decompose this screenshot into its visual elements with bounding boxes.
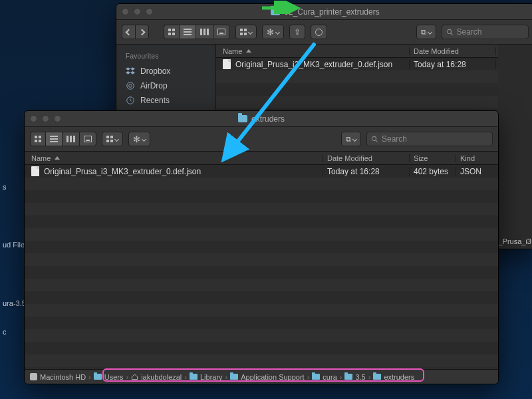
sort-asc-icon <box>55 156 60 160</box>
column-date[interactable]: Date Modified <box>323 154 409 162</box>
action-button[interactable]: ✻ <box>262 25 284 39</box>
search-placeholder: Search <box>457 27 482 37</box>
chevron-right-icon: › <box>126 373 128 381</box>
zoom-icon[interactable] <box>146 8 153 15</box>
sidebar-item-recents[interactable]: Recents <box>116 93 215 108</box>
disk-icon <box>30 373 37 380</box>
sidebar-item-dropbox[interactable]: Dropbox <box>116 64 215 78</box>
folder-icon <box>230 374 238 380</box>
column-header-row[interactable]: Name Date Modified Size <box>216 45 532 58</box>
search-icon <box>446 29 454 36</box>
pathbar-crumb[interactable]: Users <box>94 373 124 381</box>
sidebar-item-label: Dropbox <box>140 66 170 76</box>
svg-point-2 <box>127 82 134 90</box>
table-row[interactable]: Original_Prusa_i3_MK3_extruder_0.def.jso… <box>25 165 498 178</box>
finder-window-destination: extruders ✻ ⧉ Search Name Date Modified … <box>24 110 499 384</box>
path-bar[interactable]: Macintosh HD › Users › jakubdolezal › Li… <box>25 369 498 384</box>
pathbar-crumb[interactable]: jakubdolezal <box>131 373 182 381</box>
table-row[interactable]: Original_Prusa_i3_MK3_extruder_0.def.jso… <box>216 58 532 70</box>
window-title: 02_Cura_printer_extruders <box>284 7 379 17</box>
file-kind: JSON <box>456 167 498 176</box>
dropbox-icon: ⧉ <box>346 136 351 143</box>
action-button[interactable]: ✻ <box>128 132 150 146</box>
svg-line-1 <box>450 33 452 35</box>
sidebar-item-airdrop[interactable]: AirDrop <box>116 78 215 93</box>
chevron-right-icon: › <box>307 373 310 381</box>
titlebar[interactable]: extruders <box>25 111 498 127</box>
share-button[interactable]: ⇪ <box>289 25 305 39</box>
gear-icon: ✻ <box>267 28 274 37</box>
view-gallery-button[interactable] <box>213 25 230 39</box>
search-input[interactable]: Search <box>442 25 529 39</box>
svg-point-3 <box>129 84 132 88</box>
search-icon <box>371 136 378 143</box>
tag-icon <box>315 29 323 36</box>
window-controls[interactable] <box>30 115 61 122</box>
file-icon <box>31 166 39 176</box>
view-list-button[interactable] <box>45 132 62 146</box>
toolbar: ✻ ⇪ ⧉ Search <box>116 20 532 45</box>
column-name[interactable]: Name <box>25 154 323 162</box>
column-header-row[interactable]: Name Date Modified Size Kind <box>25 152 498 165</box>
file-name: Original_Prusa_i3_MK3_extruder_0.def.jso… <box>44 167 201 176</box>
tags-button[interactable] <box>311 25 327 39</box>
back-button[interactable] <box>122 25 135 39</box>
group-button[interactable] <box>235 25 257 39</box>
view-switcher[interactable] <box>30 132 96 146</box>
pathbar-crumb[interactable]: extruders <box>373 373 414 381</box>
chevron-right-icon: › <box>340 373 342 381</box>
file-date: Today at 16:28 <box>323 167 409 176</box>
search-placeholder: Search <box>382 134 407 144</box>
folder-icon <box>344 374 352 380</box>
minimize-icon[interactable] <box>134 8 141 15</box>
column-date[interactable]: Date Modified <box>409 47 495 55</box>
gear-icon: ✻ <box>133 135 140 144</box>
file-name: Original_Prusa_i3_MK3_extruder_0.def.jso… <box>235 60 392 69</box>
clock-icon <box>126 96 135 105</box>
view-gallery-button[interactable] <box>79 132 96 146</box>
zoom-icon[interactable] <box>54 115 61 122</box>
folder-icon <box>94 374 102 380</box>
view-column-button[interactable] <box>196 25 213 39</box>
file-list: Original_Prusa_i3_MK3_extruder_0.def.jso… <box>25 165 498 369</box>
chevron-right-icon: › <box>225 373 228 381</box>
pathbar-crumb[interactable]: 3.5 <box>344 373 365 381</box>
folder-icon <box>271 8 280 15</box>
search-input[interactable]: Search <box>366 132 493 146</box>
pathbar-disk[interactable]: Macintosh HD <box>30 373 86 381</box>
view-icon-button[interactable] <box>164 25 179 39</box>
view-list-button[interactable] <box>179 25 196 39</box>
airdrop-icon <box>126 81 135 90</box>
peek-filename: _Prusa_i3 <box>498 237 531 245</box>
dropbox-icon <box>126 66 135 76</box>
titlebar[interactable]: 02_Cura_printer_extruders <box>116 4 532 20</box>
svg-line-6 <box>376 140 378 142</box>
chevron-right-icon: › <box>368 373 371 381</box>
chevron-right-icon: › <box>184 373 187 381</box>
dropbox-button[interactable]: ⧉ <box>416 25 436 39</box>
column-name[interactable]: Name <box>216 47 409 55</box>
view-switcher[interactable] <box>164 25 230 39</box>
nav-buttons[interactable] <box>122 25 149 39</box>
folder-icon <box>238 115 247 122</box>
close-icon[interactable] <box>30 115 37 122</box>
pathbar-crumb[interactable]: Library <box>190 373 223 381</box>
column-kind[interactable]: Kind <box>456 154 498 162</box>
pathbar-crumb[interactable]: Application Support <box>230 373 304 381</box>
column-size[interactable]: Size <box>409 154 456 162</box>
pathbar-crumb[interactable]: cura <box>312 373 336 381</box>
file-size: 402 bytes <box>409 167 456 176</box>
view-column-button[interactable] <box>62 132 79 146</box>
window-controls[interactable] <box>122 8 153 15</box>
dropbox-button[interactable]: ⧉ <box>341 132 361 146</box>
close-icon[interactable] <box>122 8 129 15</box>
share-icon: ⇪ <box>294 28 301 36</box>
view-icon-button[interactable] <box>30 132 45 146</box>
group-button[interactable] <box>102 132 123 146</box>
folder-icon <box>373 374 381 380</box>
back-window-peek: _Prusa_i3 <box>498 45 532 249</box>
toolbar: ✻ ⧉ Search <box>25 127 498 152</box>
forward-button[interactable] <box>135 25 149 39</box>
sidebar-heading: Favourites <box>116 50 215 64</box>
minimize-icon[interactable] <box>42 115 49 122</box>
